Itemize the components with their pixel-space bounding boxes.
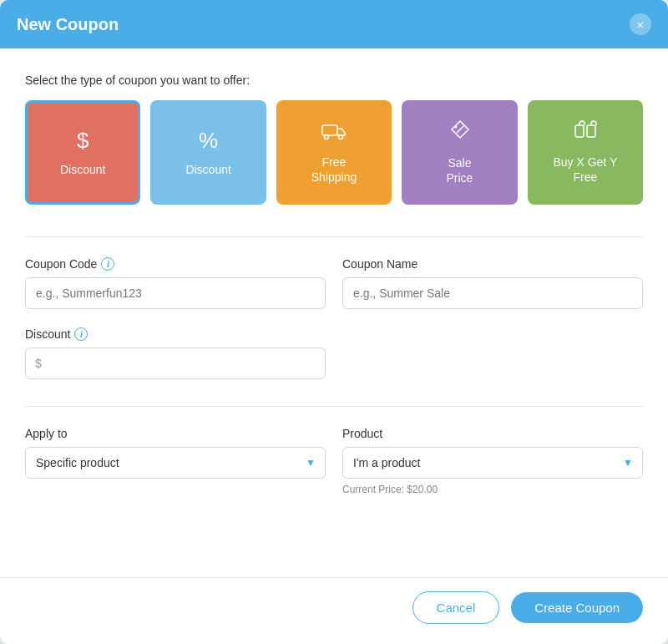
discount-input[interactable]	[25, 347, 326, 379]
coupon-code-group: Coupon Code i	[25, 257, 326, 309]
apply-to-select-wrapper: Specific product All products Specific c…	[25, 447, 326, 479]
buy-icon	[574, 120, 597, 146]
coupon-code-input[interactable]	[25, 277, 326, 309]
product-group: Product I'm a product ▼ Current Price: $…	[342, 427, 643, 495]
percent-label: Discount	[185, 162, 230, 177]
dollar-prefix: $	[35, 357, 42, 370]
svg-point-2	[339, 135, 343, 139]
product-label: Product	[342, 427, 643, 440]
coupon-type-selector: $ Discount % Discount FreeShipping	[25, 100, 643, 205]
coupon-code-info-icon[interactable]: i	[101, 257, 114, 271]
modal-title: New Coupon	[17, 15, 119, 34]
sale-icon	[448, 119, 470, 147]
new-coupon-modal: New Coupon × Select the type of coupon y…	[0, 0, 668, 644]
coupon-name-label: Coupon Name	[342, 257, 643, 271]
svg-rect-0	[322, 125, 337, 135]
dollar-label: Discount	[60, 162, 105, 177]
sale-label: SalePrice	[446, 155, 473, 185]
shipping-label: FreeShipping	[311, 155, 357, 185]
svg-line-4	[457, 126, 463, 133]
current-price: Current Price: $20.00	[342, 484, 643, 495]
coupon-type-shipping[interactable]: FreeShipping	[276, 100, 392, 205]
modal-body: Select the type of coupon you want to of…	[0, 48, 668, 577]
apply-to-select[interactable]: Specific product All products Specific c…	[25, 447, 326, 479]
section-divider	[25, 236, 643, 237]
coupon-name-input[interactable]	[342, 277, 643, 309]
discount-info-icon[interactable]: i	[74, 327, 88, 341]
create-coupon-button[interactable]: Create Coupon	[511, 592, 643, 623]
percent-icon: %	[199, 128, 218, 154]
apply-to-label: Apply to	[25, 427, 326, 440]
form-row-3: Apply to Specific product All products S…	[25, 427, 643, 495]
coupon-type-dollar[interactable]: $ Discount	[25, 100, 140, 205]
coupon-name-group: Coupon Name	[342, 257, 643, 309]
dollar-icon: $	[77, 128, 89, 154]
shipping-icon	[321, 120, 347, 146]
svg-point-1	[325, 135, 329, 139]
coupon-code-label: Coupon Code i	[25, 257, 326, 271]
close-button[interactable]: ×	[630, 13, 651, 35]
form-row-2: Discount i $	[25, 327, 643, 379]
modal-header: New Coupon ×	[0, 0, 668, 48]
discount-group: Discount i $	[25, 327, 326, 379]
svg-rect-5	[575, 125, 584, 137]
product-select-wrapper: I'm a product ▼	[342, 447, 643, 479]
apply-to-group: Apply to Specific product All products S…	[25, 427, 326, 495]
coupon-type-sale[interactable]: SalePrice	[402, 100, 517, 205]
svg-point-3	[455, 126, 458, 129]
modal-footer: Cancel Create Coupon	[0, 577, 668, 644]
buy-label: Buy X Get YFree	[553, 155, 617, 185]
section-divider-2	[25, 406, 643, 407]
coupon-type-percent[interactable]: % Discount	[150, 100, 266, 205]
svg-rect-6	[587, 125, 595, 137]
section-label: Select the type of coupon you want to of…	[25, 74, 643, 87]
coupon-type-buy[interactable]: Buy X Get YFree	[528, 100, 643, 205]
discount-label: Discount i	[25, 327, 326, 341]
discount-input-wrapper: $	[25, 347, 326, 379]
product-select[interactable]: I'm a product	[342, 447, 643, 479]
form-row-1: Coupon Code i Coupon Name	[25, 257, 643, 309]
cancel-button[interactable]: Cancel	[412, 591, 500, 624]
